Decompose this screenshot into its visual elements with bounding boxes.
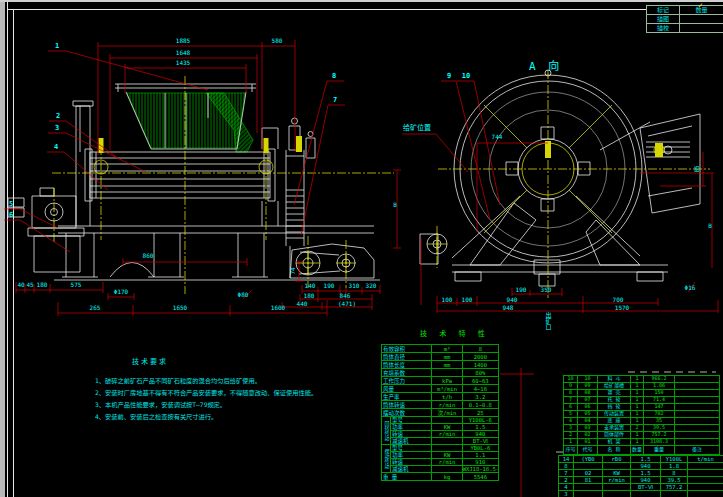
spec-table: 有效容积m³8筒体直径mm2000筒体长度mm1400充填系数80%工作压力kP… bbox=[381, 344, 499, 481]
bom-row: 707托 轮171.4 bbox=[564, 397, 720, 404]
note-line: 3、本机产品性能要求，安装调试按T—79规定。 bbox=[95, 399, 316, 411]
dim-label: 320 bbox=[366, 283, 377, 289]
spec-table-header: 技 术 特 性 bbox=[420, 328, 489, 338]
spec-drive-row: 功率KW1.5 bbox=[382, 424, 499, 431]
corner-row: 标记数量 bbox=[647, 6, 723, 15]
balloon-2: 2 bbox=[56, 113, 60, 120]
title-block-mini-table: 标记数量描图描校 bbox=[646, 5, 723, 33]
bom-row: 808罩 壳1150 bbox=[564, 390, 720, 397]
dim-label: 744 bbox=[492, 134, 503, 140]
overlap-row: 14(YB0rB01.5Y100Lt/min bbox=[559, 456, 723, 463]
dim-label: 700 bbox=[613, 297, 624, 303]
spec-drive-row: 转速r/min940 bbox=[382, 431, 499, 438]
dim-label: 580 bbox=[272, 38, 283, 44]
spec-drive-row: 减速机BT-Ⅵ bbox=[382, 438, 499, 445]
dim-label: 1648 bbox=[176, 50, 190, 56]
bom-header-row: 序号代号名 称数量重量备注 bbox=[564, 446, 720, 455]
bom-row: 303支承装置239.5 bbox=[564, 425, 720, 432]
overlap-row: 3 bbox=[559, 491, 723, 497]
section-b-label: B bbox=[393, 202, 397, 208]
dim-label: 860 bbox=[143, 253, 154, 259]
bom-row: 1010料 斗1966.2 bbox=[564, 376, 720, 383]
note-line: 2、安装时厂房地基不得有不符合产品安装要求，不得随意改动、保证使用性能。 bbox=[95, 387, 316, 399]
note-line: 1、破碎之前矿石产品不同矿石粒度的混合均匀后给矿使用。 bbox=[95, 375, 316, 387]
spec-row: 有效容积m³8 bbox=[382, 345, 499, 353]
dim-label: 40 bbox=[17, 282, 24, 288]
spec-row: 风量m³/min4~16 bbox=[382, 385, 499, 393]
balloon-9: 9 bbox=[447, 73, 451, 80]
spec-drive-row: 摆动传动型号YB0L-6 bbox=[382, 445, 499, 452]
overlap-row: 4BT-Ⅵ757.2 bbox=[559, 484, 723, 491]
dim-label: 440 bbox=[297, 301, 308, 307]
dim-label: 180 bbox=[304, 293, 315, 299]
overlap-glitch-table: 14(YB0rB01.5Y100Lt/min89401.8702KW1.5828… bbox=[558, 455, 723, 497]
balloon-5: 5 bbox=[9, 201, 13, 208]
dim-label: 948 bbox=[503, 305, 514, 311]
corner-row: 描校 bbox=[647, 24, 723, 33]
dim-label: Φ80 bbox=[238, 292, 249, 298]
dim-label: 190 bbox=[516, 287, 527, 293]
bom-row: 101机 架13108.3 bbox=[564, 439, 720, 446]
dim-label: 1435 bbox=[176, 60, 190, 66]
cad-drawing-canvas[interactable]: A 向 给矿位置 出矿口 技 术 特 性 B B 1 2 3 4 5 6 7 8… bbox=[0, 0, 723, 497]
feed-position-label: 给矿位置 bbox=[403, 122, 431, 132]
balloon-6: 6 bbox=[9, 212, 13, 219]
balloon-7: 7 bbox=[333, 97, 337, 104]
bom-row: 606挡 轮1147 bbox=[564, 404, 720, 411]
corner-row: 描图 bbox=[647, 15, 723, 24]
dim-label: (471) bbox=[338, 301, 356, 307]
dim-label: 846 bbox=[340, 293, 351, 299]
discharge-label: 出矿口 bbox=[545, 312, 552, 330]
dim-label: 350 bbox=[541, 287, 552, 293]
notes-block: 技术要求 1、破碎之前矿石产品不同矿石粒度的混合均匀后给矿使用。2、安装时厂房地… bbox=[95, 356, 325, 423]
dim-label: 100 bbox=[442, 297, 453, 303]
spec-drive-row: 回转传动型号Y100L-6 bbox=[382, 417, 499, 424]
spec-row: 充填系数80% bbox=[382, 369, 499, 377]
balloon-10: 10 bbox=[462, 73, 470, 80]
dim-label: 100 bbox=[462, 297, 473, 303]
a-view-linework bbox=[420, 70, 700, 286]
dim-label: 190 bbox=[324, 283, 335, 289]
spec-weight-row: 重 量kg5546 bbox=[382, 473, 499, 481]
overlap-row: 702KW1.58 bbox=[559, 470, 723, 477]
dim-label: 74 bbox=[290, 267, 296, 274]
note-line: 4、安装前、安装后之检查按有关尺寸进行。 bbox=[95, 411, 316, 423]
dim-label: 180 bbox=[37, 282, 48, 288]
overlap-row: 89401.8 bbox=[559, 463, 723, 470]
balloon-3: 3 bbox=[55, 125, 59, 132]
dim-label: 940 bbox=[507, 297, 518, 303]
check-mark: ✓ bbox=[698, 1, 703, 10]
dim-label: 1600 bbox=[271, 305, 285, 311]
bom-row: 404底 座135 bbox=[564, 418, 720, 425]
spec-drive-row: 减速机WXJ18-18.5-Ⅱ bbox=[382, 466, 499, 473]
section-b-label: B bbox=[708, 223, 712, 229]
dim-label: 310 bbox=[349, 283, 360, 289]
bom-row: 202筒体部件1757.2 bbox=[564, 432, 720, 439]
bom-table: 1010料 斗1966.2909给矿溜槽11.86808罩 壳1150707托 … bbox=[563, 375, 720, 455]
view-a-title: A 向 bbox=[529, 57, 562, 73]
dim-label: 575 bbox=[71, 282, 82, 288]
spec-row: 生产率t/h3.2 bbox=[382, 393, 499, 401]
balloon-8: 8 bbox=[332, 73, 336, 80]
feed-hopper-hatch bbox=[127, 93, 253, 152]
overlap-row: 281r/min94039.5 bbox=[559, 477, 723, 484]
notes-lines: 1、破碎之前矿石产品不同矿石粒度的混合均匀后给矿使用。2、安装时厂房地基不得有不… bbox=[95, 375, 325, 423]
dim-label: 140 bbox=[305, 283, 316, 289]
spec-drive-row: 转速r/min910 bbox=[382, 459, 499, 466]
bom-row: 505传动装置1782 bbox=[564, 411, 720, 418]
dim-label: 45 bbox=[26, 282, 33, 288]
dim-label: Φ16 bbox=[685, 285, 696, 291]
dim-label: 1650 bbox=[173, 305, 187, 311]
balloon-1: 1 bbox=[55, 43, 59, 50]
spec-row: 工作压力kPa60~63 bbox=[382, 377, 499, 385]
spec-row: 筒体长度mm1400 bbox=[382, 361, 499, 369]
notes-title: 技术要求 bbox=[132, 356, 325, 366]
dim-label: 1885 bbox=[176, 38, 190, 44]
dim-label: 265 bbox=[90, 305, 101, 311]
bom-row: 909给矿溜槽11.86 bbox=[564, 383, 720, 390]
spec-row: 筒体直径mm2000 bbox=[382, 353, 499, 361]
balloon-4: 4 bbox=[54, 144, 58, 151]
spec-row: 筒体转速r/min0.1~0.8 bbox=[382, 401, 499, 409]
spec-row: 摆动次数次/min25 bbox=[382, 409, 499, 417]
spec-drive-row: 功率KW1.1 bbox=[382, 452, 499, 459]
